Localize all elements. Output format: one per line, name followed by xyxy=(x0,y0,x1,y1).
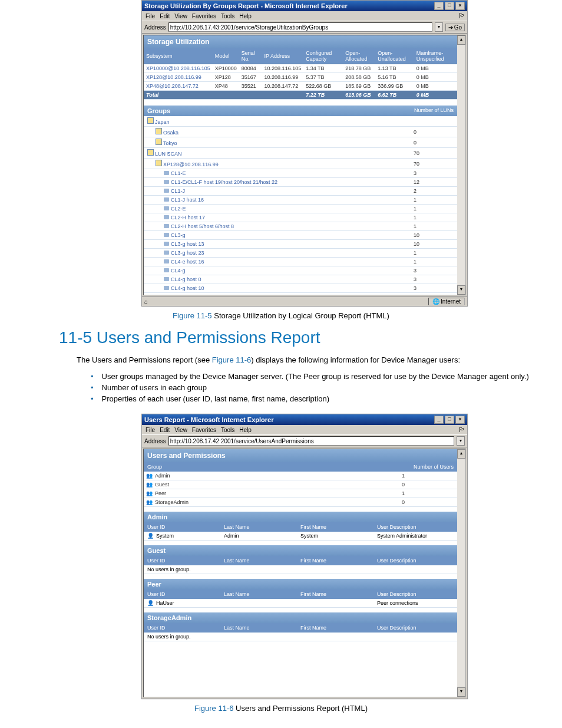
group-row: Osaka0 xyxy=(144,127,457,137)
disk-icon xyxy=(164,206,169,210)
group-row: CL2-E1 xyxy=(144,205,457,213)
maximize-icon[interactable]: □ xyxy=(445,416,454,424)
minimize-icon[interactable]: _ xyxy=(434,416,444,424)
group-row: CL4-g3 xyxy=(144,266,457,275)
table-row: XP48@10.208.147.72XP483552110.208.147.72… xyxy=(144,82,457,91)
groups-header-2: GroupNumber of Users xyxy=(144,462,457,472)
empty-row: No users in group. xyxy=(144,565,457,574)
col-mainframe[interactable]: Mainframe-Unspecified xyxy=(414,48,457,64)
group-icon: 👥 xyxy=(146,473,153,479)
maximize-icon[interactable]: □ xyxy=(445,2,454,10)
report-title-1: Storage Utilization xyxy=(144,35,457,48)
address-bar-1: Address ▾ ➔ Go xyxy=(142,21,467,34)
group-row: CL2-H host 171 xyxy=(144,213,457,222)
address-bar-2: Address ▾ xyxy=(142,434,467,447)
group-row: CL1-J host 161 xyxy=(144,196,457,205)
group-row: 👥StorageAdmin0 xyxy=(144,498,457,507)
disk-icon xyxy=(164,259,169,263)
scrollbar-v-2[interactable]: ▴▾ xyxy=(457,449,465,697)
group-row: CL2-H host 5/host 6/host 81 xyxy=(144,222,457,231)
groups-header: Groups Number of LUNs xyxy=(144,106,457,116)
col-open-alloc[interactable]: Open-Allocated xyxy=(343,48,375,64)
group-row: CL4-g host 103 xyxy=(144,284,457,293)
group-row: Tokyo0 xyxy=(144,137,457,148)
figure-link[interactable]: Figure 11-6 xyxy=(212,355,251,364)
user-section-title: StorageAdmin xyxy=(144,612,457,623)
disk-icon xyxy=(164,277,169,281)
menu-bar-1[interactable]: FileEditViewFavoritesToolsHelp xyxy=(142,12,260,21)
content-area-1: ▴▾ Storage Utilization Subsystem Model S… xyxy=(143,35,466,295)
address-dropdown-icon[interactable]: ▾ xyxy=(435,22,443,32)
window-title-1: Storage Utilization By Groups Report - M… xyxy=(144,2,348,9)
group-icon: 👥 xyxy=(146,499,153,505)
address-label: Address xyxy=(144,24,166,31)
folder-icon xyxy=(156,139,162,145)
close-icon[interactable]: × xyxy=(455,416,465,424)
scrollbar-v-1[interactable]: ▴▾ xyxy=(457,35,465,295)
figure-caption-1: Figure 11-5 Storage Utilization by Logic… xyxy=(12,311,550,320)
disk-icon xyxy=(164,171,169,175)
storage-table: Subsystem Model Serial No. IP Address Co… xyxy=(144,48,457,100)
user-cols: User IDLast NameFirst NameUser Descripti… xyxy=(144,623,457,633)
group-row: 👥Guest0 xyxy=(144,480,457,489)
titlebar-2: Users Report - Microsoft Internet Explor… xyxy=(142,414,467,425)
group-row: CL3-g host 1310 xyxy=(144,240,457,249)
col-model[interactable]: Model xyxy=(213,48,239,64)
list-item: •Properties of each user (user ID, last … xyxy=(91,394,533,403)
user-icon: 👤 xyxy=(147,533,154,539)
disk-icon xyxy=(164,180,169,184)
folder-icon xyxy=(147,149,154,156)
col-ip[interactable]: IP Address xyxy=(262,48,304,64)
ie-logo-icon: 🏳 xyxy=(457,11,467,21)
address-label: Address xyxy=(144,438,166,444)
group-row: CL1-J2 xyxy=(144,187,457,196)
address-input-1[interactable] xyxy=(168,22,432,32)
disk-icon xyxy=(164,286,169,290)
address-input-2[interactable] xyxy=(168,436,454,446)
user-section-title: Peer xyxy=(144,579,457,589)
col-subsystem[interactable]: Subsystem xyxy=(144,48,213,64)
user-icon: 👤 xyxy=(147,600,154,606)
col-serial[interactable]: Serial No. xyxy=(239,48,262,64)
address-dropdown-icon[interactable]: ▾ xyxy=(457,436,465,446)
go-button-1[interactable]: ➔ Go xyxy=(445,24,465,31)
ie-window-1: Storage Utilization By Groups Report - M… xyxy=(141,0,468,307)
section-heading: 11-5 Users and Permissions Report xyxy=(59,328,550,347)
col-configured[interactable]: Configured Capacity xyxy=(303,48,343,64)
total-row: Total 7.22 TB 613.06 GB 6.62 TB 0 MB xyxy=(144,91,457,100)
intro-paragraph: The Users and Permissions report (see Fi… xyxy=(77,355,533,364)
user-section-title: Admin xyxy=(144,512,457,522)
group-row: CL4-g host 143 xyxy=(144,293,457,296)
ie-window-2: Users Report - Microsoft Internet Explor… xyxy=(141,414,468,699)
folder-icon xyxy=(156,160,162,166)
menu-bar-2[interactable]: FileEditViewFavoritesToolsHelp xyxy=(142,426,260,434)
group-row: CL3-g host 231 xyxy=(144,249,457,258)
disk-icon xyxy=(164,251,169,255)
group-row: Japan xyxy=(144,116,457,127)
status-icon: ⌂ xyxy=(144,298,148,305)
user-section-title: Guest xyxy=(144,545,457,556)
minimize-icon[interactable]: _ xyxy=(434,2,444,10)
zone-internet: 🌐 Internet xyxy=(428,298,465,305)
disk-icon xyxy=(164,197,169,202)
group-row: CL3-g10 xyxy=(144,231,457,240)
group-row: CL4-g host 03 xyxy=(144,275,457,284)
titlebar-1: Storage Utilization By Groups Report - M… xyxy=(142,1,467,11)
group-row: CL4-e host 161 xyxy=(144,258,457,266)
table-row: XP128@10.208.116.99XP1283516710.208.116.… xyxy=(144,73,457,82)
disk-icon xyxy=(164,224,169,228)
disk-icon xyxy=(164,215,169,219)
window-title-2: Users Report - Microsoft Internet Explor… xyxy=(144,416,273,423)
figure-caption-2: Figure 11-6 Users and Permissions Report… xyxy=(12,704,550,713)
user-cols: User IDLast NameFirst NameUser Descripti… xyxy=(144,589,457,599)
col-open-unalloc[interactable]: Open-Unallocated xyxy=(375,48,414,64)
user-cols: User IDLast NameFirst NameUser Descripti… xyxy=(144,522,457,532)
group-icon: 👥 xyxy=(146,490,153,496)
group-row: 👥Admin1 xyxy=(144,472,457,480)
group-row: CL1-E/CL1-F host 19/host 20/host 21/host… xyxy=(144,178,457,187)
disk-icon xyxy=(164,295,169,295)
folder-icon xyxy=(147,117,154,124)
group-row: LUN SCAN70 xyxy=(144,148,457,159)
user-row: 👤HaUserPeer connections xyxy=(144,599,457,608)
close-icon[interactable]: × xyxy=(455,2,465,10)
